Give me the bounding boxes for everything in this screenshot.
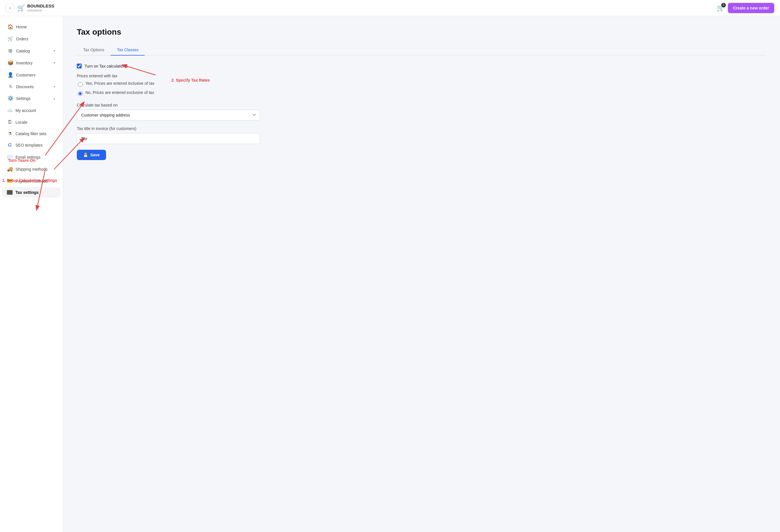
sidebar-item-catalog[interactable]: ⊞ Catalog ▾ — [2, 45, 60, 57]
save-icon: 💾 — [83, 153, 88, 157]
logo-text-block: BOUNDLESS commerce — [27, 4, 54, 12]
sidebar-item-catalog-filter[interactable]: ⚗ Catalog filter sets — [2, 128, 60, 139]
my-account-icon: ☁️ — [7, 107, 13, 113]
sidebar-item-payment[interactable]: 💳 Payment methods — [2, 175, 60, 187]
cart-button[interactable]: 🛒 0 — [717, 4, 724, 12]
email-icon: ✉️ — [7, 154, 13, 160]
radio-no-row: No, Prices are entered exclusive of tax — [78, 90, 277, 97]
sidebar-label-locale: Locale — [15, 120, 27, 124]
logo-sub: commerce — [27, 9, 54, 12]
turn-on-tax-label[interactable]: Turn on Tax calculations — [85, 64, 128, 68]
home-icon: 🏠 — [7, 24, 13, 30]
sidebar-item-orders[interactable]: 🛒 Orders — [2, 33, 60, 45]
sidebar-label-inventory: Inventory — [16, 61, 33, 65]
radio-yes[interactable] — [78, 82, 83, 87]
sidebar-label-catalog-filter: Catalog filter sets — [15, 131, 46, 136]
sidebar-item-settings[interactable]: ⚙️ Settings ▴ — [2, 93, 60, 104]
discounts-icon: ％ — [7, 84, 13, 89]
locale-icon: 🗓 — [7, 119, 13, 125]
calculate-based-select[interactable]: Customer shipping address Customer billi… — [77, 110, 260, 120]
tabs-bar: Tax Options Tax Classes — [77, 45, 766, 56]
seo-icon: G — [7, 142, 13, 148]
back-button[interactable]: ‹ — [6, 4, 14, 12]
prices-entered-label: Prices entered with tax — [77, 73, 277, 78]
logo: 🛒 BOUNDLESS commerce — [17, 4, 54, 12]
sidebar-item-my-account[interactable]: ☁️ My account — [2, 105, 60, 116]
form-section: Turn on Tax calculations Prices entered … — [77, 64, 277, 160]
radio-group-prices: Yes, Prices are entered inclusive of tax… — [78, 81, 277, 97]
sidebar-label-tax: Tax settings — [15, 190, 39, 195]
sidebar-item-locale[interactable]: 🗓 Locale — [2, 116, 60, 128]
payment-icon: 💳 — [7, 178, 13, 184]
chevron-up-icon: ▴ — [54, 97, 55, 100]
sidebar-item-tax[interactable]: Tax settings — [2, 187, 60, 198]
radio-yes-row: Yes, Prices are entered inclusive of tax — [78, 81, 277, 88]
radio-no-label[interactable]: No, Prices are entered exclusive of tax — [85, 90, 154, 95]
sidebar-label-customers: Customers — [16, 73, 36, 77]
sidebar-label-orders: Orders — [16, 37, 29, 41]
tax-title-group: Tax title in invoice (for customers) — [77, 126, 277, 144]
sidebar-label-home: Home — [16, 24, 27, 29]
sidebar-item-home[interactable]: 🏠 Home — [2, 21, 60, 33]
radio-yes-label[interactable]: Yes, Prices are entered inclusive of tax — [85, 81, 154, 86]
header-right: 🛒 0 Create a new order — [717, 3, 774, 13]
sidebar-label-seo: SEO templates — [15, 143, 42, 148]
turn-on-tax-checkbox[interactable] — [77, 64, 82, 68]
calculate-based-group: Calculate tax based on Customer shipping… — [77, 103, 277, 120]
sidebar-label-email: Email settings — [15, 155, 40, 159]
sidebar-item-email[interactable]: ✉️ Email settings — [2, 151, 60, 163]
inventory-icon: 📦 — [7, 60, 13, 66]
header-left: ‹ 🛒 BOUNDLESS commerce — [6, 4, 54, 12]
sidebar: 🏠 Home 🛒 Orders ⊞ Catalog ▾ 📦 Inventory … — [0, 16, 63, 532]
annotation-area: Turn Taxes On 1. Setup Calculation setti… — [77, 64, 766, 160]
sidebar-item-inventory[interactable]: 📦 Inventory ▾ — [2, 57, 60, 69]
sidebar-label-shipping: Shipping methods — [15, 167, 48, 171]
prices-entered-group: Prices entered with tax Yes, Prices are … — [77, 73, 277, 97]
shipping-icon: 🚚 — [7, 166, 13, 172]
save-label: Save — [90, 153, 100, 157]
calculate-based-label: Calculate tax based on — [77, 103, 277, 107]
sidebar-item-shipping[interactable]: 🚚 Shipping methods — [2, 163, 60, 175]
sidebar-label-settings: Settings — [16, 96, 31, 101]
sidebar-item-discounts[interactable]: ％ Discounts ▾ — [2, 81, 60, 92]
save-button[interactable]: 💾 Save — [77, 150, 106, 160]
chevron-down-icon: ▾ — [54, 85, 55, 89]
save-button-container: 💾 Save — [77, 150, 277, 160]
tax-title-input[interactable] — [77, 133, 260, 144]
tab-tax-options[interactable]: Tax Options — [77, 45, 111, 56]
customers-icon: 👤 — [7, 72, 13, 78]
sidebar-label-discounts: Discounts — [16, 85, 34, 89]
chevron-down-icon: ▾ — [54, 49, 55, 53]
logo-name: BOUNDLESS — [27, 4, 54, 9]
tax-title-label: Tax title in invoice (for customers) — [77, 126, 277, 131]
page-title: Tax options — [77, 28, 766, 37]
chevron-down-icon: ▾ — [54, 61, 55, 65]
catalog-icon: ⊞ — [7, 48, 13, 54]
cart-badge: 0 — [721, 3, 726, 7]
turn-on-tax-row: Turn on Tax calculations — [77, 64, 277, 68]
sidebar-item-seo[interactable]: G SEO templates — [2, 140, 60, 151]
settings-icon: ⚙️ — [7, 95, 13, 101]
create-order-button[interactable]: Create a new order — [728, 3, 774, 13]
tab-tax-classes[interactable]: Tax Classes — [111, 45, 145, 56]
logo-icon: 🛒 — [17, 4, 25, 12]
sidebar-label-payment: Payment methods — [15, 179, 48, 183]
sidebar-label-catalog: Catalog — [16, 49, 30, 53]
catalog-filter-icon: ⚗ — [7, 131, 13, 136]
header: ‹ 🛒 BOUNDLESS commerce 🛒 0 Create a new … — [0, 0, 780, 16]
main-content: Tax options Tax Options Tax Classes — [63, 16, 780, 532]
sidebar-item-customers[interactable]: 👤 Customers — [2, 69, 60, 81]
tax-icon — [7, 190, 13, 195]
layout: 🏠 Home 🛒 Orders ⊞ Catalog ▾ 📦 Inventory … — [0, 16, 780, 532]
radio-no[interactable] — [78, 91, 83, 96]
sidebar-label-my-account: My account — [15, 108, 36, 113]
orders-icon: 🛒 — [7, 36, 13, 42]
